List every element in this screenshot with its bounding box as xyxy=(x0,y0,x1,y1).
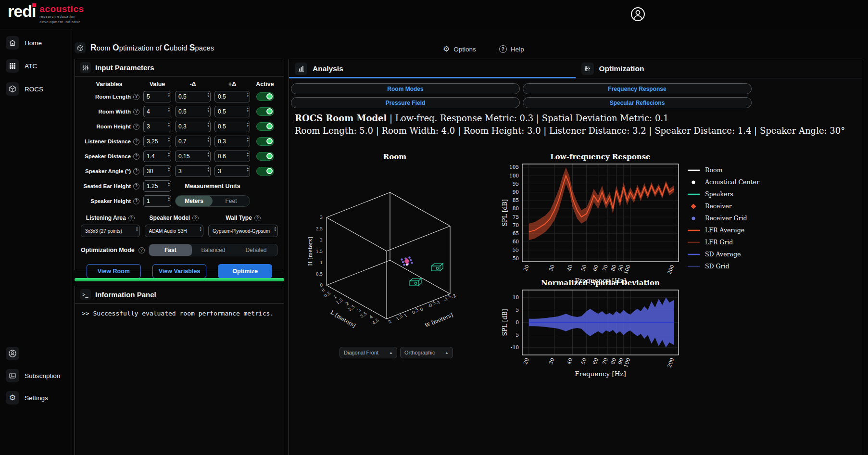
frequency-response-button[interactable]: Frequency Response xyxy=(523,83,752,94)
spinner-arrows[interactable]: ▴▾ xyxy=(168,137,170,142)
spinner-arrows[interactable]: ▴▾ xyxy=(168,181,170,187)
spinner-arrows[interactable]: ▴▾ xyxy=(207,137,209,142)
sidebar-item-rocs[interactable]: ROCS xyxy=(0,79,72,99)
mode-option-detailed[interactable]: Detailed xyxy=(235,244,277,256)
select-arrows-icon: ▴▾ xyxy=(136,226,138,231)
speaker-distance-value-input[interactable]: ▴▾ xyxy=(143,151,171,162)
projection-select[interactable]: Orthographic ▲ xyxy=(400,347,453,358)
view-angle-select[interactable]: Diagonal Front ▲ xyxy=(340,347,397,358)
room-modes-button[interactable]: Room Modes xyxy=(291,83,520,94)
spinner-arrows[interactable]: ▴▾ xyxy=(168,166,170,172)
measurement-units-label: Measurement Units xyxy=(175,183,250,190)
room-height-minus-delta-input[interactable]: ▴▾ xyxy=(175,121,211,132)
speaker-angle-label: Speaker Angle (°)? xyxy=(79,168,139,175)
speaker-model-select[interactable]: ADAM Audio S3H ▴▾ xyxy=(145,225,204,237)
sidebar-item-settings[interactable]: ⚙ Settings xyxy=(0,388,72,407)
spinner-arrows[interactable]: ▴▾ xyxy=(207,92,209,98)
listening-area-select[interactable]: 3x3x3 (27 points) ▴▾ xyxy=(81,225,140,237)
room-length-value-input[interactable]: ▴▾ xyxy=(143,91,171,102)
view-variables-button[interactable]: View Variables xyxy=(152,264,207,278)
svg-text:40: 40 xyxy=(566,264,574,272)
listener-distance-minus-delta-input[interactable]: ▴▾ xyxy=(175,136,211,147)
help-button[interactable]: ? Help xyxy=(499,45,524,53)
wall-type-select[interactable]: Gypsum-Plywood-Gypsum ▴▾ xyxy=(208,225,278,237)
tune-sliders-icon xyxy=(581,63,594,75)
options-button[interactable]: ⚙ Options xyxy=(443,45,476,53)
info-icon[interactable]: ? xyxy=(128,215,135,221)
seated-ear-height-value-input[interactable]: ▴▾ xyxy=(143,180,171,192)
logo-caption-2: development initiative xyxy=(39,20,84,24)
user-avatar-icon[interactable] xyxy=(630,7,645,22)
info-icon[interactable]: ? xyxy=(254,215,261,221)
info-icon[interactable]: ? xyxy=(133,198,139,204)
info-icon[interactable]: ? xyxy=(133,168,139,175)
speaker-angle-plus-delta-input[interactable]: ▴▾ xyxy=(214,165,250,177)
spinner-arrows[interactable]: ▴▾ xyxy=(207,152,209,157)
sidebar-item-home[interactable]: Home xyxy=(0,33,72,52)
room-length-minus-delta-input[interactable]: ▴▾ xyxy=(175,91,211,102)
spinner-arrows[interactable]: ▴▾ xyxy=(168,107,170,113)
room-length-active-toggle[interactable] xyxy=(256,92,274,101)
info-icon[interactable]: ? xyxy=(133,183,139,190)
help-label: Help xyxy=(511,46,524,53)
room-3d-plot[interactable]: 00.511.522.53H [meters]00.511.522.533.54… xyxy=(299,146,491,357)
units-option-meters[interactable]: Meters xyxy=(176,196,213,206)
spinner-arrows[interactable]: ▴▾ xyxy=(168,196,170,202)
info-icon[interactable]: ? xyxy=(133,94,139,100)
sidebar-account-button[interactable] xyxy=(0,344,72,363)
listener-distance-active-toggle[interactable] xyxy=(256,137,274,146)
mode-option-fast[interactable]: Fast xyxy=(149,244,192,256)
spinner-arrows[interactable]: ▴▾ xyxy=(247,92,249,98)
room-width-minus-delta-input[interactable]: ▴▾ xyxy=(175,106,211,117)
spinner-arrows[interactable]: ▴▾ xyxy=(247,122,249,127)
sidebar-item-atc[interactable]: ATC xyxy=(0,56,72,76)
tab-optimization[interactable]: Optimization xyxy=(576,59,862,78)
spinner-arrows[interactable]: ▴▾ xyxy=(247,107,249,113)
svg-text:10: 10 xyxy=(513,294,519,300)
topbar: redi acoustics research education develo… xyxy=(0,0,868,29)
spinner-arrows[interactable]: ▴▾ xyxy=(207,122,209,127)
spinner-arrows[interactable]: ▴▾ xyxy=(207,166,209,172)
room-height-value-input[interactable]: ▴▾ xyxy=(143,121,171,132)
room-length-plus-delta-input[interactable]: ▴▾ xyxy=(214,91,250,102)
view-room-button[interactable]: View Room xyxy=(87,264,141,278)
units-option-feet[interactable]: Feet xyxy=(213,196,250,206)
room-width-plus-delta-input[interactable]: ▴▾ xyxy=(214,106,250,117)
spinner-arrows[interactable]: ▴▾ xyxy=(247,137,249,142)
pressure-field-button[interactable]: Pressure Field xyxy=(291,97,520,108)
room-height-active-toggle[interactable] xyxy=(256,122,274,131)
speaker-angle-active-toggle[interactable] xyxy=(256,167,274,176)
sidebar-item-label: Home xyxy=(25,39,42,47)
spinner-arrows[interactable]: ▴▾ xyxy=(207,107,209,113)
info-icon[interactable]: ? xyxy=(192,215,199,221)
room-width-value-input[interactable]: ▴▾ xyxy=(143,106,171,117)
speaker-distance-active-toggle[interactable] xyxy=(256,152,274,161)
tab-analysis[interactable]: Analysis xyxy=(289,59,576,78)
spinner-arrows[interactable]: ▴▾ xyxy=(168,122,170,127)
optimize-button[interactable]: Optimize xyxy=(218,264,272,278)
info-icon[interactable]: ? xyxy=(133,109,139,115)
room-height-plus-delta-input[interactable]: ▴▾ xyxy=(214,121,250,132)
info-icon[interactable]: ? xyxy=(133,139,139,145)
spinner-arrows[interactable]: ▴▾ xyxy=(168,152,170,157)
svg-text:SPL [dB]: SPL [dB] xyxy=(501,199,508,226)
app-logo[interactable]: redi acoustics research education develo… xyxy=(8,3,84,25)
speaker-distance-plus-delta-input[interactable]: ▴▾ xyxy=(214,151,250,162)
sidebar-item-subscription[interactable]: Subscription xyxy=(0,366,72,385)
svg-text:2.5: 2.5 xyxy=(316,227,323,231)
speaker-height-value-input[interactable]: ▴▾ xyxy=(143,195,171,207)
info-icon[interactable]: ? xyxy=(133,124,139,130)
spinner-arrows[interactable]: ▴▾ xyxy=(168,92,170,98)
info-icon[interactable]: ? xyxy=(138,247,145,253)
room-width-active-toggle[interactable] xyxy=(256,107,274,116)
spinner-arrows[interactable]: ▴▾ xyxy=(247,152,249,157)
spinner-arrows[interactable]: ▴▾ xyxy=(247,166,249,172)
info-icon[interactable]: ? xyxy=(133,153,139,160)
specular-reflections-button[interactable]: Specular Reflecions xyxy=(523,97,752,108)
speaker-angle-value-input[interactable]: ▴▾ xyxy=(143,165,171,177)
listener-distance-plus-delta-input[interactable]: ▴▾ xyxy=(214,136,250,147)
listener-distance-value-input[interactable]: ▴▾ xyxy=(143,136,171,147)
speaker-angle-minus-delta-input[interactable]: ▴▾ xyxy=(175,165,211,177)
speaker-distance-minus-delta-input[interactable]: ▴▾ xyxy=(175,151,211,162)
mode-option-balanced[interactable]: Balanced xyxy=(192,244,235,256)
